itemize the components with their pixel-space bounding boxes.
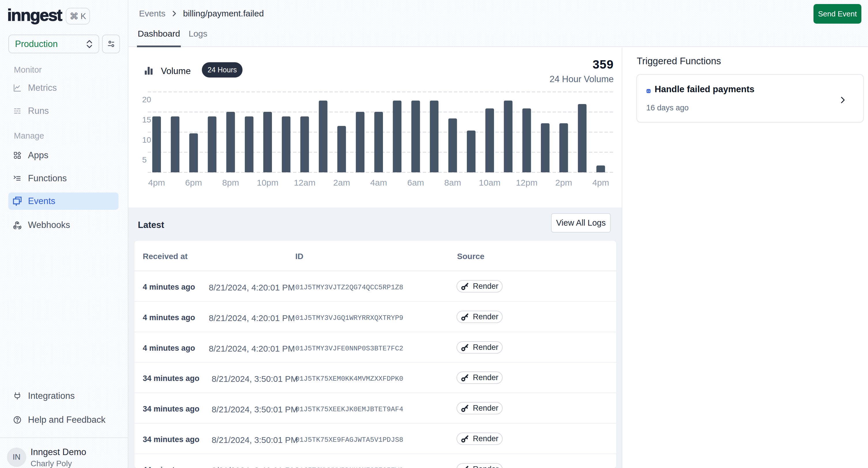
svg-text:5: 5 xyxy=(142,155,147,164)
svg-text:6pm: 6pm xyxy=(185,178,202,187)
svg-text:10: 10 xyxy=(142,135,151,144)
svg-text:8pm: 8pm xyxy=(222,178,239,187)
svg-text:4pm: 4pm xyxy=(592,178,609,187)
svg-text:4pm: 4pm xyxy=(148,178,165,187)
svg-text:6am: 6am xyxy=(407,178,424,187)
svg-text:15: 15 xyxy=(142,115,151,124)
svg-text:2am: 2am xyxy=(333,178,350,187)
svg-text:12pm: 12pm xyxy=(516,178,537,187)
svg-text:10am: 10am xyxy=(479,178,501,187)
svg-text:12am: 12am xyxy=(294,178,315,187)
svg-text:4am: 4am xyxy=(370,178,387,187)
svg-text:20: 20 xyxy=(142,95,151,104)
svg-text:10pm: 10pm xyxy=(257,178,278,187)
svg-text:8am: 8am xyxy=(444,178,461,187)
svg-text:2pm: 2pm xyxy=(555,178,572,187)
